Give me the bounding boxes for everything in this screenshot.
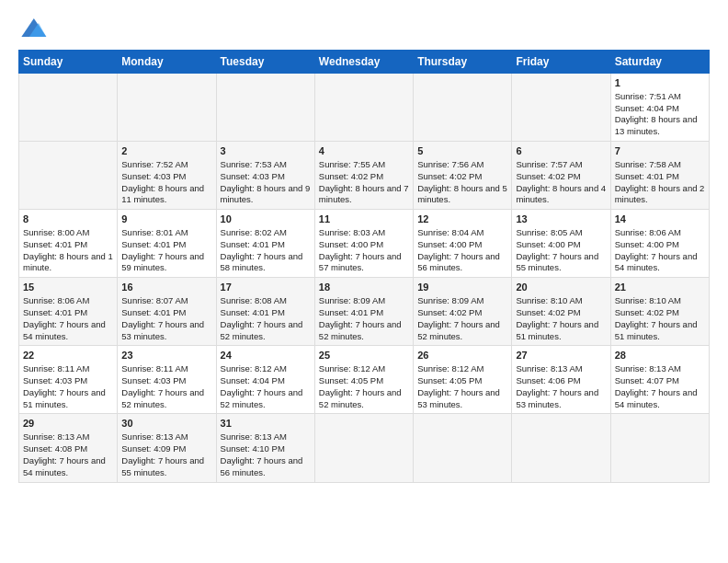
calendar-cell: 17Sunrise: 8:08 AMSunset: 4:01 PMDayligh… xyxy=(216,278,314,346)
calendar-cell: 10Sunrise: 8:02 AMSunset: 4:01 PMDayligh… xyxy=(216,210,314,278)
calendar-cell: 5Sunrise: 7:56 AMSunset: 4:02 PMDaylight… xyxy=(414,142,512,210)
calendar-cell: 25Sunrise: 8:12 AMSunset: 4:05 PMDayligh… xyxy=(314,346,413,414)
calendar-cell: 20Sunrise: 8:10 AMSunset: 4:02 PMDayligh… xyxy=(512,278,610,346)
empty-cell xyxy=(414,74,512,142)
empty-cell xyxy=(118,74,216,142)
calendar-table: SundayMondayTuesdayWednesdayThursdayFrid… xyxy=(18,50,710,483)
logo-icon xyxy=(18,15,48,40)
weekday-header: Tuesday xyxy=(216,51,314,74)
calendar-cell: 14Sunrise: 8:06 AMSunset: 4:00 PMDayligh… xyxy=(610,210,709,278)
empty-cell xyxy=(610,414,709,482)
calendar-cell: 1Sunrise: 7:51 AMSunset: 4:04 PMDaylight… xyxy=(610,74,709,142)
empty-cell xyxy=(512,74,610,142)
calendar-cell: 29Sunrise: 8:13 AMSunset: 4:08 PMDayligh… xyxy=(19,414,118,482)
page: SundayMondayTuesdayWednesdayThursdayFrid… xyxy=(0,0,728,563)
weekday-header: Sunday xyxy=(19,51,118,74)
calendar-cell: 26Sunrise: 8:12 AMSunset: 4:05 PMDayligh… xyxy=(414,346,512,414)
calendar-row: 29Sunrise: 8:13 AMSunset: 4:08 PMDayligh… xyxy=(19,414,710,482)
calendar-cell: 19Sunrise: 8:09 AMSunset: 4:02 PMDayligh… xyxy=(414,278,512,346)
header xyxy=(18,15,710,40)
logo xyxy=(18,15,51,40)
weekday-header: Saturday xyxy=(610,51,709,74)
calendar-row: 1Sunrise: 7:51 AMSunset: 4:04 PMDaylight… xyxy=(19,74,710,142)
calendar-cell: 8Sunrise: 8:00 AMSunset: 4:01 PMDaylight… xyxy=(19,210,118,278)
calendar-cell: 12Sunrise: 8:04 AMSunset: 4:00 PMDayligh… xyxy=(414,210,512,278)
calendar-row: 2Sunrise: 7:52 AMSunset: 4:03 PMDaylight… xyxy=(19,142,710,210)
calendar-cell: 31Sunrise: 8:13 AMSunset: 4:10 PMDayligh… xyxy=(216,414,314,482)
calendar-cell: 27Sunrise: 8:13 AMSunset: 4:06 PMDayligh… xyxy=(512,346,610,414)
calendar-cell: 24Sunrise: 8:12 AMSunset: 4:04 PMDayligh… xyxy=(216,346,314,414)
header-row: SundayMondayTuesdayWednesdayThursdayFrid… xyxy=(19,51,710,74)
empty-cell xyxy=(216,74,314,142)
calendar-cell: 16Sunrise: 8:07 AMSunset: 4:01 PMDayligh… xyxy=(118,278,216,346)
calendar-row: 22Sunrise: 8:11 AMSunset: 4:03 PMDayligh… xyxy=(19,346,710,414)
calendar-cell: 4Sunrise: 7:55 AMSunset: 4:02 PMDaylight… xyxy=(314,142,413,210)
empty-cell xyxy=(314,414,413,482)
weekday-header: Friday xyxy=(512,51,610,74)
calendar-cell: 6Sunrise: 7:57 AMSunset: 4:02 PMDaylight… xyxy=(512,142,610,210)
calendar-row: 15Sunrise: 8:06 AMSunset: 4:01 PMDayligh… xyxy=(19,278,710,346)
calendar-cell: 30Sunrise: 8:13 AMSunset: 4:09 PMDayligh… xyxy=(118,414,216,482)
weekday-header: Thursday xyxy=(414,51,512,74)
calendar-cell: 28Sunrise: 8:13 AMSunset: 4:07 PMDayligh… xyxy=(610,346,709,414)
calendar-row: 8Sunrise: 8:00 AMSunset: 4:01 PMDaylight… xyxy=(19,210,710,278)
calendar-cell: 2Sunrise: 7:52 AMSunset: 4:03 PMDaylight… xyxy=(118,142,216,210)
calendar-cell: 7Sunrise: 7:58 AMSunset: 4:01 PMDaylight… xyxy=(610,142,709,210)
calendar-cell: 18Sunrise: 8:09 AMSunset: 4:01 PMDayligh… xyxy=(314,278,413,346)
calendar-cell: 23Sunrise: 8:11 AMSunset: 4:03 PMDayligh… xyxy=(118,346,216,414)
calendar-cell: 21Sunrise: 8:10 AMSunset: 4:02 PMDayligh… xyxy=(610,278,709,346)
empty-cell xyxy=(19,142,118,210)
empty-cell xyxy=(414,414,512,482)
calendar-cell: 9Sunrise: 8:01 AMSunset: 4:01 PMDaylight… xyxy=(118,210,216,278)
calendar-cell: 3Sunrise: 7:53 AMSunset: 4:03 PMDaylight… xyxy=(216,142,314,210)
weekday-header: Monday xyxy=(118,51,216,74)
empty-cell xyxy=(314,74,413,142)
calendar-cell: 15Sunrise: 8:06 AMSunset: 4:01 PMDayligh… xyxy=(19,278,118,346)
calendar-cell: 11Sunrise: 8:03 AMSunset: 4:00 PMDayligh… xyxy=(314,210,413,278)
calendar-cell: 13Sunrise: 8:05 AMSunset: 4:00 PMDayligh… xyxy=(512,210,610,278)
weekday-header: Wednesday xyxy=(314,51,413,74)
empty-cell xyxy=(19,74,118,142)
calendar-cell: 22Sunrise: 8:11 AMSunset: 4:03 PMDayligh… xyxy=(19,346,118,414)
empty-cell xyxy=(512,414,610,482)
